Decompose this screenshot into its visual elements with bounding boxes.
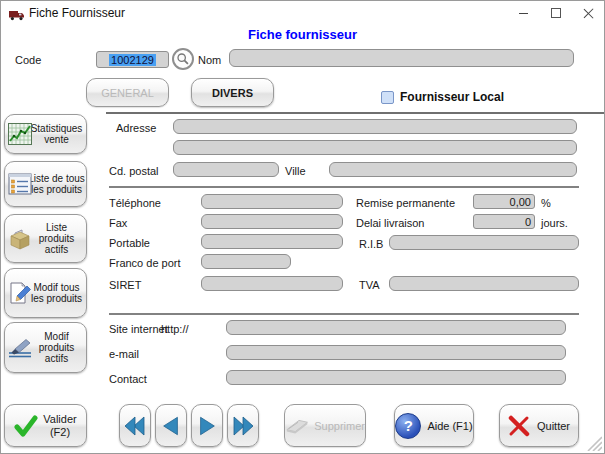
aide-button[interactable]: ? Aide (F1)	[394, 404, 474, 447]
next-record-button[interactable]	[191, 404, 223, 447]
code-input[interactable]: 1002129	[96, 51, 169, 68]
rib-input[interactable]	[389, 235, 579, 250]
close-icon	[584, 8, 594, 18]
remise-input[interactable]: 0,00	[473, 194, 535, 209]
valider-button[interactable]: Valider (F2)	[4, 404, 87, 447]
separator-line	[109, 313, 579, 315]
franco-input[interactable]	[201, 254, 291, 269]
telephone-input[interactable]	[201, 194, 343, 209]
sidebar-label: Modif tous les produits	[27, 282, 86, 304]
previous-record-button[interactable]	[155, 404, 187, 447]
maximize-icon	[551, 8, 561, 18]
franco-label: Franco de port	[109, 257, 181, 269]
first-record-button[interactable]	[119, 404, 151, 447]
email-label: e-mail	[109, 348, 139, 360]
separator-line	[109, 186, 579, 188]
left-arrow-icon	[160, 414, 182, 438]
window-title: Fiche Fournisseur	[29, 6, 125, 20]
supprimer-label: Supprimer	[314, 420, 365, 432]
nom-label: Nom	[198, 54, 221, 66]
minimize-button[interactable]	[508, 1, 538, 25]
delai-input[interactable]: 0	[473, 214, 535, 229]
http-prefix: http://	[161, 323, 189, 335]
double-right-arrow-icon	[231, 414, 255, 438]
maximize-button[interactable]	[541, 1, 571, 25]
adresse-line1-input[interactable]	[173, 119, 577, 134]
sidebar-button-statistiques-vente[interactable]: Statistiques vente	[4, 114, 87, 154]
right-arrow-icon	[196, 414, 218, 438]
sidebar-button-liste-tous-produits[interactable]: Liste de tous les produits	[4, 161, 87, 207]
tva-label: TVA	[359, 279, 380, 291]
last-record-button[interactable]	[227, 404, 259, 447]
site-internet-input[interactable]	[226, 320, 566, 335]
pen-icon	[8, 336, 32, 360]
supprimer-button[interactable]: Supprimer	[284, 404, 366, 447]
fax-label: Fax	[109, 217, 127, 229]
telephone-label: Téléphone	[109, 197, 161, 209]
magnifier-icon	[176, 52, 190, 66]
help-icon: ?	[395, 413, 421, 439]
site-internet-label: Site internet	[109, 323, 168, 335]
portable-label: Portable	[109, 237, 150, 249]
package-icon	[8, 227, 32, 251]
sidebar-button-modif-tous-produits[interactable]: Modif tous les produits	[4, 268, 87, 318]
truck-icon	[9, 7, 25, 19]
sales-chart-icon	[8, 122, 32, 146]
email-input[interactable]	[226, 345, 566, 360]
sidebar-label: Liste produits actifs	[27, 222, 86, 255]
fiche-fournisseur-window: Fiche Fournisseur Fiche fournisseur Code…	[0, 0, 605, 454]
red-x-icon	[508, 415, 530, 437]
tab-general[interactable]: GENERAL	[86, 78, 169, 107]
tab-divers-label: DIVERS	[212, 87, 253, 99]
code-label: Code	[15, 54, 41, 66]
contact-input[interactable]	[226, 370, 566, 385]
nom-input[interactable]	[229, 49, 574, 67]
remise-value: 0,00	[474, 196, 534, 208]
delai-value: 0	[474, 216, 534, 228]
resize-grip[interactable]	[584, 433, 602, 451]
sidebar-button-modif-produits-actifs[interactable]: Modif produits actifs	[4, 322, 87, 373]
siret-label: SIRET	[109, 279, 141, 291]
tva-input[interactable]	[389, 276, 579, 291]
cd-postal-label: Cd. postal	[109, 165, 159, 177]
quitter-label: Quitter	[537, 420, 570, 432]
titlebar: Fiche Fournisseur	[1, 1, 604, 25]
double-left-arrow-icon	[123, 414, 147, 438]
page-title: Fiche fournisseur	[1, 27, 604, 42]
sidebar-label: Statistiques vente	[27, 123, 86, 145]
siret-input[interactable]	[201, 276, 343, 291]
tab-divers[interactable]: DIVERS	[191, 78, 274, 107]
contact-label: Contact	[109, 373, 147, 385]
list-all-icon	[8, 172, 32, 196]
search-supplier-button[interactable]	[172, 48, 194, 70]
quitter-button[interactable]: Quitter	[499, 404, 579, 447]
sidebar-button-liste-produits-actifs[interactable]: Liste produits actifs	[4, 214, 87, 263]
fournisseur-local-label: Fournisseur Local	[400, 90, 504, 104]
edit-document-icon	[8, 281, 32, 305]
sidebar-label: Modif produits actifs	[27, 331, 86, 364]
sidebar-label: Liste de tous les produits	[27, 173, 86, 195]
delai-label: Delai livraison	[356, 217, 424, 229]
tab-general-label: GENERAL	[101, 87, 154, 99]
minimize-icon	[519, 13, 528, 14]
portable-input[interactable]	[201, 234, 343, 249]
ville-label: Ville	[285, 165, 306, 177]
fournisseur-local-checkbox[interactable]	[381, 91, 394, 104]
fax-input[interactable]	[201, 214, 343, 229]
cd-postal-input[interactable]	[173, 162, 279, 177]
close-button[interactable]	[574, 1, 604, 25]
delai-unit: jours.	[541, 217, 568, 229]
adresse-line2-input[interactable]	[173, 140, 577, 155]
aide-label: Aide (F1)	[427, 420, 472, 432]
remise-label: Remise permanente	[356, 197, 455, 209]
check-icon	[14, 414, 38, 438]
eraser-icon	[285, 417, 309, 435]
ville-input[interactable]	[329, 162, 577, 177]
adresse-label: Adresse	[116, 122, 156, 134]
valider-key: (F2)	[50, 426, 70, 439]
tab-divider-line	[106, 112, 605, 114]
remise-unit: %	[541, 197, 551, 209]
rib-label: R.I.B	[359, 238, 383, 250]
code-value: 1002129	[109, 54, 156, 66]
valider-label: Valider	[43, 413, 76, 426]
